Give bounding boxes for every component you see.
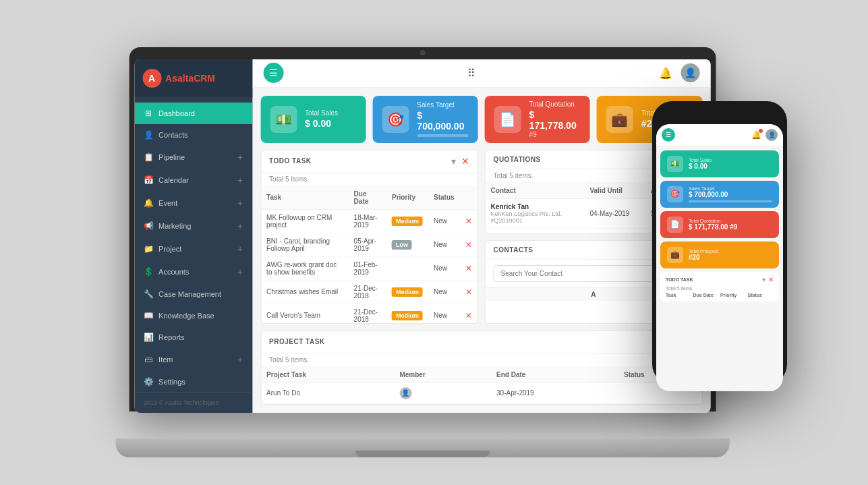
phone-total-sales-value: $ 0.00 — [689, 163, 772, 170]
plus-icon: + — [237, 354, 243, 365]
task-priority: Medium — [386, 304, 428, 323]
sidebar-item-reports[interactable]: 📊Reports — [134, 326, 252, 348]
laptop-screen: A AsaltaCRM ⊞Dashboard 👤Contacts — [134, 59, 710, 413]
task-priority: Medium — [386, 209, 428, 233]
sidebar-label: Knowledge Base — [158, 312, 214, 320]
plus-icon: + — [237, 221, 243, 231]
sidebar-item-event[interactable]: 🔔Event + — [134, 192, 252, 215]
quotations-title: QUOTATIONS — [494, 156, 541, 163]
sidebar-item-item[interactable]: 🗃Item + — [134, 348, 252, 371]
main-content: ☰ ⠿ 🔔 👤 — [252, 59, 710, 413]
sidebar-label: Contacts — [158, 131, 187, 139]
phone-cards: 💵 Total Sales $ 0.00 🎯 Sales Target $ 70… — [656, 146, 783, 391]
phone-total-quotation-icon: 📄 — [667, 217, 683, 233]
phone-user-avatar[interactable]: 👤 — [765, 129, 778, 141]
logo-icon: A — [142, 69, 161, 88]
sidebar-item-knowledge[interactable]: 📖Knowledge Base — [134, 305, 252, 326]
event-icon: 🔔 — [144, 198, 153, 208]
stat-total-quotation: 📄 Total Quotation $ 171,778.00 #9 — [485, 96, 590, 143]
user-avatar[interactable]: 👤 — [681, 63, 699, 82]
sidebar-item-contacts[interactable]: 👤Contacts — [134, 124, 252, 146]
project-body: Project Task Member End Date Status — [261, 367, 701, 404]
table-row: BNI - Carol, branding Followp April 05-A… — [261, 233, 477, 256]
qt-contact: SEOciety Pte Ltd #Q2018020 — [486, 228, 585, 233]
sidebar-item-calendar[interactable]: 📅Calendar + — [134, 169, 252, 192]
task-status: New — [428, 256, 460, 280]
project-count: Total 5 items. — [261, 353, 701, 367]
sidebar-item-dashboard[interactable]: ⊞Dashboard — [134, 103, 252, 124]
col-task: Task — [666, 293, 692, 297]
todo-count: Total 5 items. — [261, 173, 477, 186]
total-sales-icon: 💵 — [270, 106, 297, 133]
sidebar-label: Dashboard — [158, 109, 195, 117]
delete-button[interactable]: ✕ — [465, 264, 472, 273]
phone-total-sales-title: Total Sales — [689, 158, 772, 163]
phone-hamburger-button[interactable]: ☰ — [662, 128, 675, 142]
project-icon: 📁 — [144, 244, 153, 254]
sidebar-item-case[interactable]: 🔧Case Management — [134, 283, 252, 305]
laptop-base — [115, 438, 729, 457]
phone-notification-icon[interactable]: 🔔 — [751, 130, 761, 140]
phone-notch — [699, 109, 740, 120]
bottom-row: TODO TASK ▾ ✕ Total 5 items. — [260, 150, 702, 324]
todo-close-button[interactable]: ✕ — [461, 156, 469, 167]
phone-todo: TODO TASK ▾ ✕ Total 5 items. Task Due Da… — [660, 272, 779, 302]
topbar: ☰ ⠿ 🔔 👤 — [252, 59, 710, 88]
accounts-icon: 💲 — [144, 267, 153, 277]
table-row: Call Veron's Team 21-Dec-2018 Medium New… — [261, 304, 477, 323]
task-name: AWG re-work grant doc to show benefits — [261, 256, 348, 280]
task-status: New — [428, 233, 460, 256]
sidebar-item-settings[interactable]: ⚙️Settings — [134, 371, 252, 392]
col-priority: Priority — [720, 293, 747, 297]
phone-stat-total-sales: 💵 Total Sales $ 0.00 — [660, 150, 779, 177]
sidebar-label: Item — [158, 355, 173, 364]
logo-name: Asalta — [165, 73, 194, 84]
project-task-header: PROJECT TASK ▾ ✕ — [261, 331, 701, 353]
dashboard: 💵 Total Sales $ 0.00 🎯 Sales — [252, 88, 710, 413]
dashboard-icon: ⊞ — [144, 109, 153, 118]
phone-sales-progress — [689, 200, 772, 202]
task-status: New — [428, 304, 460, 323]
knowledge-icon: 📖 — [144, 311, 153, 320]
phone: ☰ 🔔 👤 💵 Total Sales $ 0.00 — [652, 101, 787, 384]
hamburger-button[interactable]: ☰ — [263, 63, 283, 83]
notification-icon[interactable]: 🔔 — [659, 67, 672, 80]
col-valid: Valid Until — [584, 183, 645, 199]
sidebar-label: Accounts — [158, 268, 189, 276]
sidebar-item-pipeline[interactable]: 📋Pipeline + — [134, 146, 252, 169]
crm-app: A AsaltaCRM ⊞Dashboard 👤Contacts — [134, 59, 710, 413]
sidebar-item-marketing[interactable]: 📢Marketing + — [134, 215, 252, 237]
case-icon: 🔧 — [144, 289, 153, 299]
delete-button[interactable]: ✕ — [465, 311, 472, 320]
task-due: 21-Dec-2018 — [349, 304, 386, 323]
phone-topbar: ☰ 🔔 👤 — [656, 124, 783, 146]
delete-button[interactable]: ✕ — [465, 217, 472, 226]
project-task-title: PROJECT TASK — [269, 338, 325, 345]
delete-button[interactable]: ✕ — [465, 287, 472, 297]
task-name: Christmas wishes Email — [261, 280, 348, 304]
total-prospect-icon: 💼 — [606, 106, 633, 133]
sales-target-value: $ 700,000.00 — [417, 110, 468, 132]
phone-todo-close[interactable]: ✕ — [768, 276, 774, 283]
col-member: Member — [394, 367, 491, 383]
qt-contact: Kenrick Tan KenKen Logistics Pte. Ltd. #… — [486, 198, 585, 228]
task-priority — [386, 256, 428, 280]
grid-icon[interactable]: ⠿ — [467, 67, 475, 80]
phone-todo-collapse[interactable]: ▾ — [762, 276, 765, 283]
todo-collapse-button[interactable]: ▾ — [451, 156, 456, 167]
todo-body: Task Due Date Priority Status — [261, 186, 477, 323]
sidebar-item-project[interactable]: 📁Project + — [134, 237, 252, 260]
stat-sales-target: 🎯 Sales Target $ 700,000.00 — [372, 96, 478, 143]
total-sales-value: $ 0.00 — [305, 118, 356, 129]
delete-button[interactable]: ✕ — [465, 240, 472, 250]
col-contact: Contact — [486, 183, 585, 199]
qt-valid: 22-Oct-2018 — [584, 228, 645, 233]
logo-crm: CRM — [194, 73, 215, 84]
table-row: AWG re-work grant doc to show benefits 0… — [261, 256, 477, 280]
col-task: Task — [261, 186, 348, 210]
task-due: 18-Mar-2019 — [349, 209, 386, 233]
sidebar-item-accounts[interactable]: 💲Accounts + — [134, 260, 252, 283]
plus-icon: + — [237, 175, 243, 186]
item-icon: 🗃 — [144, 355, 153, 364]
col-status: Status — [748, 293, 774, 297]
